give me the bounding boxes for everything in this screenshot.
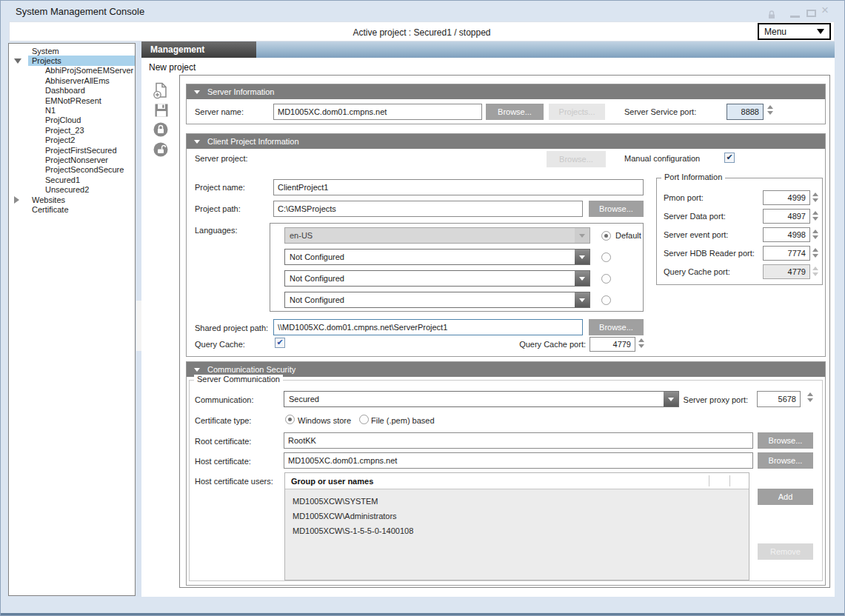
tree-item-label: EMNotPResent [43, 96, 104, 105]
language-row: Not Configured [284, 292, 643, 308]
project-path-browse-button[interactable]: Browse... [589, 201, 644, 217]
system-management-console-window: System Management Console × Active proje… [0, 0, 845, 616]
chevron-down-icon [575, 271, 590, 286]
query-cache-port-spinner[interactable] [638, 338, 644, 348]
query-cache-port-input[interactable]: 4779 [590, 337, 635, 352]
tree-item-projectfirstsecured[interactable]: ProjectFirstSecured [9, 145, 135, 155]
shared-path-browse-button[interactable]: Browse... [589, 319, 644, 335]
tree-item-abhiprojsomeemserver[interactable]: AbhiProjSomeEMServer [9, 66, 135, 76]
communication-select[interactable]: Secured [284, 391, 679, 407]
project-path-input[interactable] [273, 201, 583, 217]
tree-item-system[interactable]: System [9, 46, 135, 56]
tree-item-projcloud[interactable]: ProjCloud [9, 116, 135, 125]
collapse-arrow-icon [194, 90, 200, 94]
manual-configuration-checkbox[interactable] [724, 153, 735, 163]
user-list-item[interactable]: MD1005XCW\SYSTEM [285, 494, 749, 509]
port-input-4[interactable]: 7774 [763, 246, 810, 261]
language-default-radio-3[interactable] [601, 274, 611, 284]
unlock-icon[interactable] [151, 140, 170, 159]
port-spinner-1[interactable] [812, 192, 818, 202]
tree-item-projectnonserver[interactable]: ProjectNonserver [9, 155, 135, 164]
port-label: Server HDB Reader port: [664, 249, 763, 258]
tree-item-projectsecondsecure[interactable]: ProjectSecondSecure [9, 165, 135, 175]
language-select-4[interactable]: Not Configured [284, 292, 590, 308]
port-spinner-5[interactable] [812, 267, 818, 276]
port-row: Query Cache port:4779 [664, 262, 822, 281]
page-title: New project [149, 62, 196, 73]
language-row: Not Configured [284, 249, 643, 265]
server-proxy-port-input[interactable]: 5678 [757, 391, 801, 407]
language-select-2[interactable]: Not Configured [284, 249, 590, 265]
query-cache-label: Query Cache: [195, 340, 245, 349]
server-name-input[interactable] [273, 104, 482, 120]
minimize-icon[interactable] [790, 16, 800, 18]
tree-item-dashboard[interactable]: Dashboard [9, 86, 135, 96]
port-spinner-4[interactable] [812, 248, 818, 258]
port-input-1[interactable]: 4999 [763, 190, 810, 205]
tree-item-certificate[interactable]: Certificate [9, 204, 135, 214]
add-user-button[interactable]: Add [758, 489, 813, 505]
language-select-1[interactable]: en-US [284, 227, 590, 244]
projects-button[interactable]: Projects... [549, 104, 605, 120]
root-certificate-browse-button[interactable]: Browse... [758, 432, 813, 449]
tree-item-project_23[interactable]: Project_23 [9, 125, 135, 135]
tree-item-projects[interactable]: Projects [9, 56, 135, 65]
main-panel: Management New project Server Informatio… [141, 41, 835, 597]
port-spinner-2[interactable] [812, 211, 818, 221]
language-default-radio-1[interactable] [601, 231, 611, 241]
lock-icon[interactable] [151, 120, 170, 139]
user-list-item[interactable]: MD1005XCW\Administrators [285, 509, 749, 523]
port-input-3[interactable]: 4998 [763, 227, 810, 242]
lock-window-icon[interactable] [765, 8, 778, 21]
server-information-header[interactable]: Server Information [187, 84, 825, 99]
client-project-information-header[interactable]: Client Project Information [187, 134, 825, 149]
tree-expanded-icon[interactable] [14, 58, 21, 64]
user-list-item[interactable]: MD1005XCW\S-1-5-5-0-1400108 [285, 523, 749, 538]
save-icon[interactable] [152, 101, 171, 120]
tree-item-n1[interactable]: N1 [9, 105, 135, 115]
service-port-spinner[interactable] [767, 105, 773, 115]
manual-configuration-label: Manual configuration [624, 154, 700, 163]
splitter-thumb[interactable] [136, 301, 141, 351]
tree-item-secured1[interactable]: Secured1 [9, 175, 135, 184]
maximize-icon[interactable] [806, 10, 816, 17]
tree-item-label: Secured1 [43, 175, 82, 184]
port-input-2[interactable]: 4897 [763, 209, 810, 224]
host-certificate-browse-button[interactable]: Browse... [758, 452, 813, 469]
windows-store-radio[interactable] [285, 415, 295, 424]
server-proxy-port-spinner[interactable] [807, 392, 813, 402]
tree-item-unsecured2[interactable]: Unsecured2 [9, 184, 135, 194]
service-port-input[interactable]: 8888 [727, 104, 764, 120]
host-certificate-input[interactable] [284, 452, 753, 469]
language-select-3[interactable]: Not Configured [284, 270, 590, 287]
splitter[interactable] [136, 41, 141, 597]
tree-item-label: AbhiProjSomeEMServer [43, 66, 136, 75]
file-pem-radio[interactable] [359, 415, 369, 424]
root-certificate-input[interactable] [284, 432, 753, 449]
shared-project-path-input[interactable] [273, 319, 583, 335]
tree-collapsed-icon[interactable] [14, 196, 19, 204]
query-cache-checkbox[interactable] [275, 338, 285, 348]
close-icon[interactable]: × [821, 3, 829, 18]
menu-dropdown[interactable]: Menu [758, 23, 831, 40]
server-browse-button[interactable]: Browse... [486, 104, 544, 120]
remove-user-button[interactable]: Remove [758, 543, 813, 560]
language-default-radio-2[interactable] [601, 252, 611, 262]
tree-item-label: ProjectFirstSecured [43, 146, 119, 155]
port-spinner-3[interactable] [812, 230, 818, 239]
language-default-radio-4[interactable] [601, 295, 611, 305]
column-divider [729, 475, 730, 486]
tree-item-project2[interactable]: Project2 [9, 135, 135, 145]
tab-management[interactable]: Management [141, 41, 256, 58]
tree-item-websites[interactable]: Websites [9, 195, 135, 204]
project-name-input[interactable] [273, 179, 644, 195]
new-project-icon[interactable] [151, 81, 170, 100]
tree-item-label: Project2 [43, 135, 77, 144]
tree-item-abhiserverallems[interactable]: AbhiserverAllEms [9, 76, 135, 85]
tree-item-emnotpresent[interactable]: EMNotPResent [9, 96, 135, 105]
users-header-label: Group or user names [291, 477, 373, 486]
chevron-down-icon [575, 292, 590, 307]
port-input-5[interactable]: 4779 [763, 264, 810, 279]
server-project-browse-button[interactable]: Browse... [547, 151, 606, 167]
shared-project-path-label: Shared project path: [195, 324, 268, 332]
